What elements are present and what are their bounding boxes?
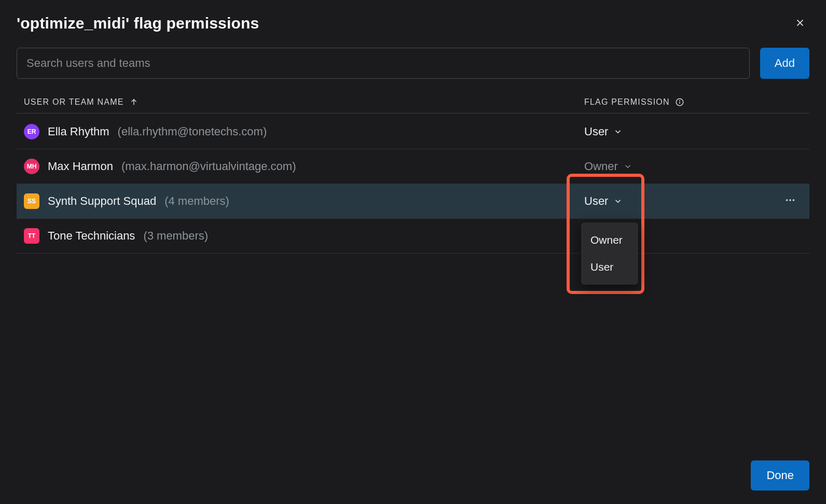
name-cell: TTTone Technicians (3 members) xyxy=(24,228,584,244)
column-header-name[interactable]: USER OR TEAM NAME xyxy=(24,97,584,107)
add-button[interactable]: Add xyxy=(760,48,809,79)
close-icon xyxy=(794,17,806,31)
column-name-label: USER OR TEAM NAME xyxy=(24,97,124,107)
entity-detail: (ella.rhythm@tonetechs.com) xyxy=(118,125,267,138)
permission-cell: User xyxy=(584,194,802,208)
info-icon[interactable] xyxy=(675,97,684,107)
permission-dropdown[interactable]: User xyxy=(584,194,623,208)
permission-dropdown[interactable]: User xyxy=(584,125,623,138)
table-row[interactable]: SSSynth Support Squad (4 members)User xyxy=(17,184,809,219)
permissions-modal: 'optimize_midi' flag permissions Add USE… xyxy=(0,0,826,504)
done-button[interactable]: Done xyxy=(751,460,809,491)
table-row[interactable]: TTTone Technicians (3 members)User xyxy=(17,219,809,254)
permission-cell: User xyxy=(584,125,802,138)
row-actions-button[interactable] xyxy=(784,194,796,208)
entity-name: Synth Support Squad xyxy=(48,194,156,208)
dropdown-option[interactable]: Owner xyxy=(581,227,638,254)
entity-name: Ella Rhythm xyxy=(48,125,109,138)
table-row[interactable]: MHMax Harmon (max.harmon@virtualvintage.… xyxy=(17,149,809,184)
permission-dropdown[interactable]: Owner xyxy=(584,160,632,173)
entity-name: Max Harmon xyxy=(48,160,113,173)
avatar: TT xyxy=(24,228,39,244)
modal-footer: Done xyxy=(751,460,809,491)
svg-point-4 xyxy=(789,199,791,201)
name-cell: MHMax Harmon (max.harmon@virtualvintage.… xyxy=(24,159,584,174)
avatar: MH xyxy=(24,159,39,174)
svg-point-3 xyxy=(786,199,788,201)
table-header: USER OR TEAM NAME FLAG PERMISSION xyxy=(17,91,809,114)
entity-detail: (4 members) xyxy=(164,194,229,208)
modal-header: 'optimize_midi' flag permissions xyxy=(17,15,809,33)
entity-detail: (max.harmon@virtualvintage.com) xyxy=(121,160,296,173)
permission-cell: Owner xyxy=(584,160,802,173)
chevron-down-icon xyxy=(623,162,632,171)
search-input[interactable] xyxy=(17,48,750,79)
svg-point-5 xyxy=(793,199,795,201)
avatar: ER xyxy=(24,124,39,139)
dropdown-option[interactable]: User xyxy=(581,254,638,281)
name-cell: SSSynth Support Squad (4 members) xyxy=(24,193,584,209)
avatar: SS xyxy=(24,193,39,209)
column-perm-label: FLAG PERMISSION xyxy=(584,97,670,107)
svg-point-2 xyxy=(679,101,680,101)
table-row[interactable]: ERElla Rhythm (ella.rhythm@tonetechs.com… xyxy=(17,115,809,149)
chevron-down-icon xyxy=(613,127,623,136)
permission-value: User xyxy=(584,194,608,208)
chevron-down-icon xyxy=(613,197,623,206)
sort-ascending-icon xyxy=(129,97,139,107)
entity-detail: (3 members) xyxy=(143,229,208,243)
modal-title: 'optimize_midi' flag permissions xyxy=(17,15,259,32)
permission-value: User xyxy=(584,125,608,138)
column-header-permission[interactable]: FLAG PERMISSION xyxy=(584,97,802,107)
close-button[interactable] xyxy=(791,15,809,33)
name-cell: ERElla Rhythm (ella.rhythm@tonetechs.com… xyxy=(24,124,584,139)
search-row: Add xyxy=(17,48,809,79)
permissions-table-body: ERElla Rhythm (ella.rhythm@tonetechs.com… xyxy=(17,115,809,254)
permission-value: Owner xyxy=(584,160,618,173)
more-icon xyxy=(784,199,796,207)
permission-dropdown-menu[interactable]: OwnerUser xyxy=(581,222,638,285)
entity-name: Tone Technicians xyxy=(48,229,135,243)
